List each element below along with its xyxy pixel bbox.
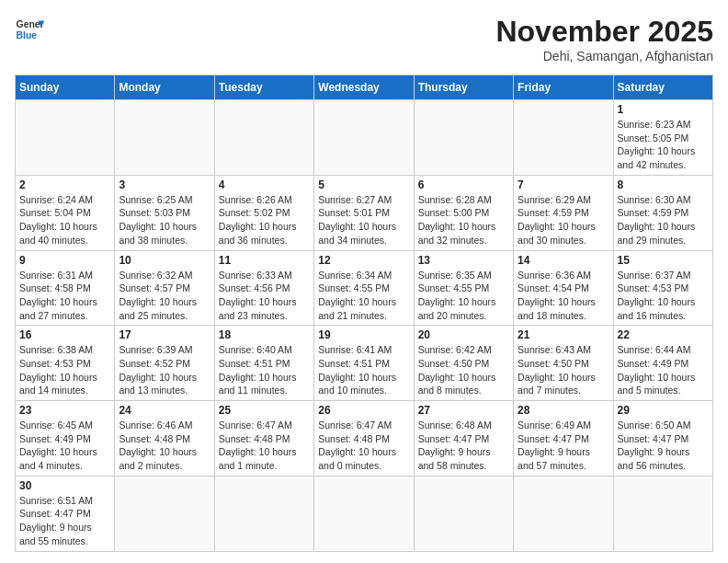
day-cell: 16Sunrise: 6:38 AM Sunset: 4:53 PM Dayli… bbox=[16, 326, 115, 401]
day-cell: 5Sunrise: 6:27 AM Sunset: 5:01 PM Daylig… bbox=[314, 175, 414, 250]
weekday-header-thursday: Thursday bbox=[414, 75, 513, 100]
day-info: Sunrise: 6:33 AM Sunset: 4:56 PM Dayligh… bbox=[219, 269, 310, 323]
day-number: 29 bbox=[618, 404, 709, 417]
day-number: 28 bbox=[518, 404, 609, 417]
day-info: Sunrise: 6:49 AM Sunset: 4:47 PM Dayligh… bbox=[518, 419, 609, 473]
day-cell bbox=[214, 100, 313, 176]
day-number: 4 bbox=[219, 178, 310, 191]
day-number: 12 bbox=[318, 254, 409, 267]
day-cell bbox=[214, 476, 313, 551]
day-cell: 12Sunrise: 6:34 AM Sunset: 4:55 PM Dayli… bbox=[314, 250, 414, 326]
day-info: Sunrise: 6:37 AM Sunset: 4:53 PM Dayligh… bbox=[618, 269, 709, 323]
day-number: 23 bbox=[19, 404, 110, 417]
day-info: Sunrise: 6:45 AM Sunset: 4:49 PM Dayligh… bbox=[19, 419, 110, 473]
location-title: Dehi, Samangan, Afghanistan bbox=[495, 49, 713, 63]
day-cell: 1Sunrise: 6:23 AM Sunset: 5:05 PM Daylig… bbox=[613, 100, 712, 176]
weekday-header-sunday: Sunday bbox=[16, 75, 115, 100]
weekday-header-friday: Friday bbox=[514, 75, 613, 100]
month-title: November 2025 bbox=[495, 15, 713, 49]
day-info: Sunrise: 6:43 AM Sunset: 4:50 PM Dayligh… bbox=[518, 343, 609, 397]
day-number: 10 bbox=[119, 254, 210, 267]
day-info: Sunrise: 6:51 AM Sunset: 4:47 PM Dayligh… bbox=[19, 494, 110, 548]
day-number: 20 bbox=[418, 328, 509, 341]
day-cell bbox=[115, 476, 214, 551]
day-number: 3 bbox=[119, 178, 210, 191]
day-info: Sunrise: 6:50 AM Sunset: 4:47 PM Dayligh… bbox=[618, 419, 709, 473]
day-cell: 23Sunrise: 6:45 AM Sunset: 4:49 PM Dayli… bbox=[16, 401, 115, 477]
day-cell: 3Sunrise: 6:25 AM Sunset: 5:03 PM Daylig… bbox=[115, 175, 214, 250]
day-cell: 8Sunrise: 6:30 AM Sunset: 4:59 PM Daylig… bbox=[613, 175, 712, 250]
day-info: Sunrise: 6:44 AM Sunset: 4:49 PM Dayligh… bbox=[618, 343, 709, 397]
day-cell: 13Sunrise: 6:35 AM Sunset: 4:55 PM Dayli… bbox=[414, 250, 513, 326]
day-number: 5 bbox=[318, 178, 409, 191]
day-number: 14 bbox=[518, 254, 609, 267]
day-cell bbox=[314, 100, 414, 176]
day-cell bbox=[16, 100, 115, 176]
day-info: Sunrise: 6:28 AM Sunset: 5:00 PM Dayligh… bbox=[418, 193, 509, 247]
day-cell: 6Sunrise: 6:28 AM Sunset: 5:00 PM Daylig… bbox=[414, 175, 513, 250]
day-number: 1 bbox=[618, 103, 709, 116]
day-cell bbox=[514, 476, 613, 551]
day-cell: 28Sunrise: 6:49 AM Sunset: 4:47 PM Dayli… bbox=[514, 401, 613, 477]
day-cell: 26Sunrise: 6:47 AM Sunset: 4:48 PM Dayli… bbox=[314, 401, 414, 477]
day-number: 16 bbox=[19, 328, 110, 341]
day-cell: 17Sunrise: 6:39 AM Sunset: 4:52 PM Dayli… bbox=[115, 326, 214, 401]
day-info: Sunrise: 6:34 AM Sunset: 4:55 PM Dayligh… bbox=[318, 269, 409, 323]
week-row-2: 2Sunrise: 6:24 AM Sunset: 5:04 PM Daylig… bbox=[16, 175, 713, 250]
day-cell: 20Sunrise: 6:42 AM Sunset: 4:50 PM Dayli… bbox=[414, 326, 513, 401]
day-cell: 19Sunrise: 6:41 AM Sunset: 4:51 PM Dayli… bbox=[314, 326, 414, 401]
title-block: November 2025 Dehi, Samangan, Afghanista… bbox=[495, 15, 713, 63]
week-row-1: 1Sunrise: 6:23 AM Sunset: 5:05 PM Daylig… bbox=[16, 100, 713, 176]
day-info: Sunrise: 6:26 AM Sunset: 5:02 PM Dayligh… bbox=[219, 193, 310, 247]
day-cell: 24Sunrise: 6:46 AM Sunset: 4:48 PM Dayli… bbox=[115, 401, 214, 477]
day-cell: 29Sunrise: 6:50 AM Sunset: 4:47 PM Dayli… bbox=[613, 401, 712, 477]
day-cell: 2Sunrise: 6:24 AM Sunset: 5:04 PM Daylig… bbox=[16, 175, 115, 250]
day-info: Sunrise: 6:41 AM Sunset: 4:51 PM Dayligh… bbox=[318, 343, 409, 397]
day-number: 17 bbox=[119, 328, 210, 341]
day-info: Sunrise: 6:39 AM Sunset: 4:52 PM Dayligh… bbox=[119, 343, 210, 397]
weekday-header-wednesday: Wednesday bbox=[314, 75, 414, 100]
day-info: Sunrise: 6:31 AM Sunset: 4:58 PM Dayligh… bbox=[19, 269, 110, 323]
day-info: Sunrise: 6:23 AM Sunset: 5:05 PM Dayligh… bbox=[618, 118, 709, 172]
day-cell bbox=[314, 476, 414, 551]
day-number: 7 bbox=[518, 178, 609, 191]
day-cell: 9Sunrise: 6:31 AM Sunset: 4:58 PM Daylig… bbox=[16, 250, 115, 326]
day-number: 8 bbox=[618, 178, 709, 191]
day-info: Sunrise: 6:30 AM Sunset: 4:59 PM Dayligh… bbox=[618, 193, 709, 247]
day-info: Sunrise: 6:35 AM Sunset: 4:55 PM Dayligh… bbox=[418, 269, 509, 323]
weekday-header-monday: Monday bbox=[115, 75, 214, 100]
week-row-6: 30Sunrise: 6:51 AM Sunset: 4:47 PM Dayli… bbox=[16, 476, 713, 551]
week-row-3: 9Sunrise: 6:31 AM Sunset: 4:58 PM Daylig… bbox=[16, 250, 713, 326]
day-info: Sunrise: 6:46 AM Sunset: 4:48 PM Dayligh… bbox=[119, 419, 210, 473]
day-cell: 14Sunrise: 6:36 AM Sunset: 4:54 PM Dayli… bbox=[514, 250, 613, 326]
logo-icon: General Blue bbox=[15, 15, 44, 44]
day-cell: 11Sunrise: 6:33 AM Sunset: 4:56 PM Dayli… bbox=[214, 250, 313, 326]
day-cell: 18Sunrise: 6:40 AM Sunset: 4:51 PM Dayli… bbox=[214, 326, 313, 401]
day-cell: 30Sunrise: 6:51 AM Sunset: 4:47 PM Dayli… bbox=[16, 476, 115, 551]
day-cell: 22Sunrise: 6:44 AM Sunset: 4:49 PM Dayli… bbox=[613, 326, 712, 401]
day-number: 27 bbox=[418, 404, 509, 417]
day-info: Sunrise: 6:36 AM Sunset: 4:54 PM Dayligh… bbox=[518, 269, 609, 323]
day-number: 6 bbox=[418, 178, 509, 191]
day-number: 21 bbox=[518, 328, 609, 341]
day-info: Sunrise: 6:25 AM Sunset: 5:03 PM Dayligh… bbox=[119, 193, 210, 247]
day-cell: 25Sunrise: 6:47 AM Sunset: 4:48 PM Dayli… bbox=[214, 401, 313, 477]
day-cell bbox=[514, 100, 613, 176]
day-number: 18 bbox=[219, 328, 310, 341]
weekday-header-row: SundayMondayTuesdayWednesdayThursdayFrid… bbox=[16, 75, 713, 100]
day-info: Sunrise: 6:27 AM Sunset: 5:01 PM Dayligh… bbox=[318, 193, 409, 247]
day-cell: 10Sunrise: 6:32 AM Sunset: 4:57 PM Dayli… bbox=[115, 250, 214, 326]
day-cell bbox=[115, 100, 214, 176]
logo: General Blue bbox=[15, 15, 44, 44]
week-row-4: 16Sunrise: 6:38 AM Sunset: 4:53 PM Dayli… bbox=[16, 326, 713, 401]
day-number: 13 bbox=[418, 254, 509, 267]
day-cell bbox=[414, 476, 513, 551]
day-cell: 15Sunrise: 6:37 AM Sunset: 4:53 PM Dayli… bbox=[613, 250, 712, 326]
day-number: 9 bbox=[19, 254, 110, 267]
day-info: Sunrise: 6:48 AM Sunset: 4:47 PM Dayligh… bbox=[418, 419, 509, 473]
day-info: Sunrise: 6:38 AM Sunset: 4:53 PM Dayligh… bbox=[19, 343, 110, 397]
day-info: Sunrise: 6:32 AM Sunset: 4:57 PM Dayligh… bbox=[119, 269, 210, 323]
day-info: Sunrise: 6:29 AM Sunset: 4:59 PM Dayligh… bbox=[518, 193, 609, 247]
weekday-header-tuesday: Tuesday bbox=[214, 75, 313, 100]
day-number: 11 bbox=[219, 254, 310, 267]
